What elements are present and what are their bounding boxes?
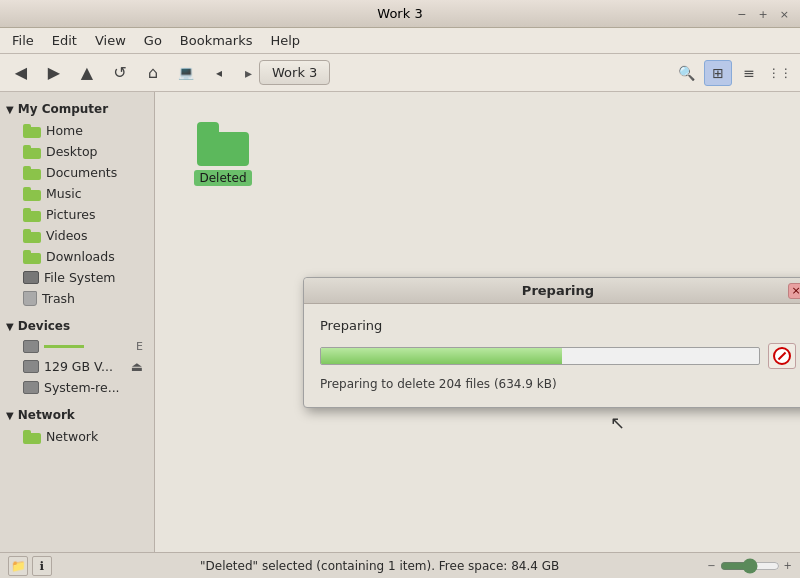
sidebar-section-devices[interactable]: ▼ Devices xyxy=(0,315,154,337)
menu-file[interactable]: File xyxy=(4,30,42,51)
dialog-titlebar: Preparing × xyxy=(304,278,800,304)
progress-row xyxy=(320,343,796,369)
section-arrow-network: ▼ xyxy=(6,410,14,421)
toolbar-right: 🔍 ⊞ ≡ ⋮⋮ xyxy=(671,59,794,87)
trash-icon xyxy=(23,291,37,306)
close-button[interactable]: × xyxy=(777,6,792,21)
column-view-button[interactable]: ⋮⋮ xyxy=(766,60,794,86)
home-folder-icon xyxy=(23,124,41,138)
sidebar-item-trash[interactable]: Trash xyxy=(3,288,151,309)
sidebar-label-videos: Videos xyxy=(46,228,88,243)
sidebar-item-device2[interactable]: 129 GB V... ⏏ xyxy=(3,356,151,377)
dialog-preparing-label: Preparing xyxy=(320,318,796,333)
sidebar-item-device3[interactable]: System-re... xyxy=(3,377,151,398)
menu-help[interactable]: Help xyxy=(262,30,308,51)
main-area: ▼ My Computer Home Desktop Documents Mus… xyxy=(0,92,800,552)
grid-view-button[interactable]: ⊞ xyxy=(704,60,732,86)
device2-icon xyxy=(23,360,39,373)
refresh-button[interactable]: ↺ xyxy=(105,59,135,87)
menu-edit[interactable]: Edit xyxy=(44,30,85,51)
sidebar: ▼ My Computer Home Desktop Documents Mus… xyxy=(0,92,155,552)
toolbar: ◀ ▶ ▲ ↺ ⌂ 💻 ◂ ▸ Work 3 🔍 ⊞ ≡ ⋮⋮ xyxy=(0,54,800,92)
window-title: Work 3 xyxy=(377,6,422,21)
new-folder-button[interactable]: 📁 xyxy=(8,556,28,576)
dialog-status-text: Preparing to delete 204 files (634.9 kB) xyxy=(320,377,796,391)
dialog-body: Preparing Preparing to delete 204 files … xyxy=(304,304,800,407)
documents-folder-icon xyxy=(23,166,41,180)
desktop-folder-icon xyxy=(23,145,41,159)
progress-bar-fill xyxy=(321,348,562,364)
status-icons-left: 📁 ℹ xyxy=(8,556,52,576)
section-arrow-devices: ▼ xyxy=(6,321,14,332)
computer-button[interactable]: 💻 xyxy=(171,59,201,87)
section-label-network: Network xyxy=(18,408,75,422)
sidebar-item-downloads[interactable]: Downloads xyxy=(3,246,151,267)
sidebar-item-music[interactable]: Music xyxy=(3,183,151,204)
sidebar-label-filesystem: File System xyxy=(44,270,116,285)
sidebar-label-downloads: Downloads xyxy=(46,249,115,264)
sidebar-item-device1[interactable]: E xyxy=(3,337,151,356)
sidebar-item-home[interactable]: Home xyxy=(3,120,151,141)
pictures-folder-icon xyxy=(23,208,41,222)
sidebar-section-my-computer[interactable]: ▼ My Computer xyxy=(0,98,154,120)
music-folder-icon xyxy=(23,187,41,201)
location-button[interactable]: Work 3 xyxy=(259,60,330,85)
network-folder-icon xyxy=(23,430,41,444)
info-button[interactable]: ℹ xyxy=(32,556,52,576)
back-button[interactable]: ◀ xyxy=(6,59,36,87)
device3-icon xyxy=(23,381,39,394)
maximize-button[interactable]: + xyxy=(756,6,771,21)
menu-go[interactable]: Go xyxy=(136,30,170,51)
sidebar-label-home: Home xyxy=(46,123,83,138)
section-arrow-my-computer: ▼ xyxy=(6,104,14,115)
zoom-out-icon: − xyxy=(707,560,715,571)
menu-bookmarks[interactable]: Bookmarks xyxy=(172,30,261,51)
sidebar-section-network[interactable]: ▼ Network xyxy=(0,404,154,426)
device1-icon xyxy=(23,340,39,353)
sidebar-item-filesystem[interactable]: File System xyxy=(3,267,151,288)
loc-dropdown-arrow[interactable]: ▸ xyxy=(241,63,256,83)
up-button[interactable]: ▲ xyxy=(72,59,102,87)
sidebar-label-pictures: Pictures xyxy=(46,207,96,222)
sidebar-item-pictures[interactable]: Pictures xyxy=(3,204,151,225)
forward-button[interactable]: ▶ xyxy=(39,59,69,87)
menu-view[interactable]: View xyxy=(87,30,134,51)
toggle-button[interactable]: ◂ xyxy=(204,59,234,87)
sidebar-item-network[interactable]: Network xyxy=(3,426,151,447)
deleted-folder-icon xyxy=(197,122,249,166)
zoom-slider[interactable] xyxy=(720,558,780,574)
zoom-controls: − + xyxy=(707,558,792,574)
deleted-folder-label: Deleted xyxy=(194,170,251,186)
dialog-close-button[interactable]: × xyxy=(788,283,800,299)
status-bar: 📁 ℹ "Deleted" selected (containing 1 ite… xyxy=(0,552,800,578)
sidebar-item-desktop[interactable]: Desktop xyxy=(3,141,151,162)
stop-line xyxy=(778,352,786,360)
home-button[interactable]: ⌂ xyxy=(138,59,168,87)
status-text: "Deleted" selected (containing 1 item). … xyxy=(52,559,707,573)
sidebar-label-music: Music xyxy=(46,186,82,201)
downloads-folder-icon xyxy=(23,250,41,264)
menu-bar: File Edit View Go Bookmarks Help xyxy=(0,28,800,54)
sidebar-label-device2: 129 GB V... xyxy=(44,359,113,374)
filesystem-icon xyxy=(23,271,39,284)
sidebar-label-documents: Documents xyxy=(46,165,117,180)
stop-icon xyxy=(773,347,791,365)
section-label-my-computer: My Computer xyxy=(18,102,108,116)
minimize-button[interactable]: − xyxy=(734,6,749,21)
sidebar-label-trash: Trash xyxy=(42,291,75,306)
zoom-in-icon: + xyxy=(784,560,792,571)
sidebar-item-videos[interactable]: Videos xyxy=(3,225,151,246)
title-bar: Work 3 − + × xyxy=(0,0,800,28)
list-view-button[interactable]: ≡ xyxy=(735,60,763,86)
sidebar-label-network: Network xyxy=(46,429,98,444)
location-bar: ▸ Work 3 xyxy=(241,60,330,85)
deleted-folder-item[interactable]: Deleted xyxy=(183,122,263,186)
window-controls: − + × xyxy=(734,6,792,21)
sidebar-label-desktop: Desktop xyxy=(46,144,98,159)
sidebar-item-documents[interactable]: Documents xyxy=(3,162,151,183)
sidebar-label-device3: System-re... xyxy=(44,380,120,395)
content-area[interactable]: Deleted Preparing × Preparing xyxy=(155,92,800,552)
dialog-title: Preparing xyxy=(328,283,788,298)
cancel-button[interactable] xyxy=(768,343,796,369)
search-button[interactable]: 🔍 xyxy=(671,59,701,87)
